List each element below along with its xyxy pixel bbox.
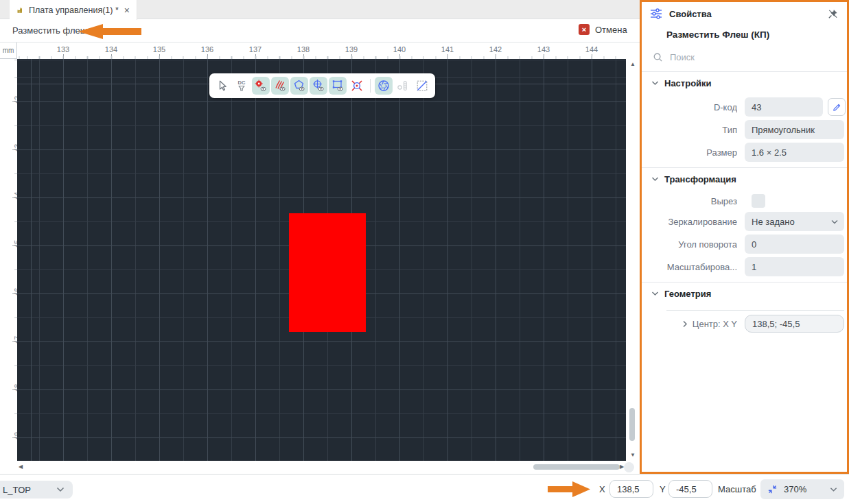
search-input[interactable] [670,52,821,62]
center-label: Центр: X Y [693,319,737,329]
pcb-editor-window: Плата управления(1) * × Разместить флеш … [0,0,849,504]
tool-show-polygons[interactable] [290,77,308,95]
scale-label: Масштабирова... [644,262,737,272]
flash-rect-shape[interactable] [289,213,366,332]
tab-board[interactable]: Плата управления(1) * × [10,0,137,20]
sub-divider [666,310,844,311]
ruler-left-tick: -49 [12,437,17,438]
ruler-top-tick: 141 [447,54,448,59]
palette-separator [370,79,371,93]
cursor-icon [216,79,229,93]
section-settings-title: Настройки [664,78,712,88]
x-coordinate-input[interactable] [609,480,653,498]
section-geometry-header[interactable]: Геометрия [642,283,847,304]
center-label-group[interactable]: Центр: X Y [644,319,737,329]
chevron-right-icon [682,320,688,328]
dcode-row: D-код [642,97,847,117]
annotation-arrow-right-icon [548,481,590,498]
tool-show-regions[interactable] [329,77,347,95]
mirror-select[interactable]: Не задано [745,212,844,231]
layer-value: L_TOP [3,485,31,495]
horizontal-scroll-thumb[interactable] [533,464,620,470]
zoom-select[interactable]: 370% [760,479,844,499]
tool-aperture[interactable] [375,77,393,95]
polygon-visibility-icon [292,79,306,93]
rotation-label: Угол поворота [644,239,737,250]
flash-visibility-icon [254,79,268,93]
aperture-icon [377,79,391,93]
scroll-up-icon[interactable]: ▲ [630,62,636,67]
status-bar: L_TOP X Y Масштаб 370% [0,474,849,504]
ruler-top-tick: 135 [159,54,160,59]
scroll-down-icon[interactable]: ▼ [630,453,636,458]
properties-panel: Свойства Разместить Флеш (КП) Настройки … [640,0,849,474]
dcode-field[interactable] [745,97,823,117]
unpin-icon [827,8,839,20]
measure-icon [415,79,429,93]
rotation-row: Угол поворота [642,235,847,254]
ruler-top-tick: 139 [351,54,352,59]
ruler-top-tick: 144 [592,54,592,59]
ruler-top-tick: 136 [207,54,208,59]
size-field: 1.6 × 2.5 [745,143,844,162]
dc-filter-icon: DC [235,79,248,93]
ruler-left-tick: -45 [12,245,17,246]
section-geometry-title: Геометрия [664,289,711,299]
via-icon [350,79,364,93]
x-coordinate-label: X [599,484,605,494]
search-box[interactable] [642,48,847,66]
section-transform-header[interactable]: Трансформация [642,168,847,190]
search-icon [653,52,663,62]
ruler-top-tick: 133 [63,54,64,59]
vertical-scroll-thumb[interactable] [629,408,635,441]
tool-show-traces[interactable] [271,77,289,95]
ruler-left-tick: -43 [12,149,17,150]
size-row: Размер 1.6 × 2.5 [642,143,847,162]
scale-row: Масштабирова... [642,257,847,276]
cancel-button[interactable]: × Отмена [579,24,627,35]
unpin-button[interactable] [827,8,839,20]
ruler-top-tick: 142 [496,54,496,59]
scroll-left-icon[interactable]: ◀ [19,464,23,470]
ruler-left: -42-43-44-45-46-47-48-49 [0,59,17,461]
cancel-x-icon: × [579,24,590,35]
ruler-left-tick: -47 [12,341,17,342]
tool-show-flash[interactable] [252,77,270,95]
y-coordinate-input[interactable] [668,480,712,498]
tool-show-vias[interactable] [348,77,366,95]
ruler-left-tick: -46 [12,293,17,294]
panel-title: Свойства [669,9,712,19]
svg-text:DC: DC [238,80,246,86]
annotation-arrow-left-icon [78,23,141,40]
cutout-checkbox[interactable] [752,194,765,208]
floating-tool-palette: DC [209,73,435,98]
chevron-down-icon [830,487,837,492]
tool-select[interactable] [213,77,231,95]
type-label: Тип [644,125,737,135]
tab-title: Плата управления(1) * [29,5,119,15]
properties-sliders-icon [650,8,662,20]
ruler-top: 133134135136137138139140141142143144 [17,43,626,59]
mirror-value: Не задано [752,217,795,227]
ruler-top-tick: 134 [111,54,112,59]
section-settings-header[interactable]: Настройки [642,72,847,94]
ruler-left-tick: -42 [12,101,17,102]
pcb-canvas[interactable]: DC [17,59,626,461]
scale-field[interactable] [745,257,844,276]
action-bar: Разместить флеш × Отмена [0,20,640,43]
tab-close-icon[interactable]: × [124,5,130,15]
size-label: Размер [644,147,737,158]
horizontal-scrollbar[interactable]: ◀ ▶ [0,461,640,473]
rotation-field[interactable] [745,235,844,254]
tool-dc-filter[interactable]: DC [233,77,251,95]
chevron-down-icon [831,219,838,224]
dcode-edit-button[interactable] [828,98,846,116]
fit-view-icon [767,484,778,494]
vertical-scrollbar[interactable]: ▲ ▼ [627,59,639,461]
tool-show-pads[interactable] [310,77,327,95]
chevron-down-icon [56,487,65,492]
center-row: Центр: X Y 138,5; -45,5 [642,314,847,333]
tool-measure[interactable] [413,77,431,95]
zoom-value: 370% [784,484,806,494]
layer-select[interactable]: L_TOP [0,481,73,499]
